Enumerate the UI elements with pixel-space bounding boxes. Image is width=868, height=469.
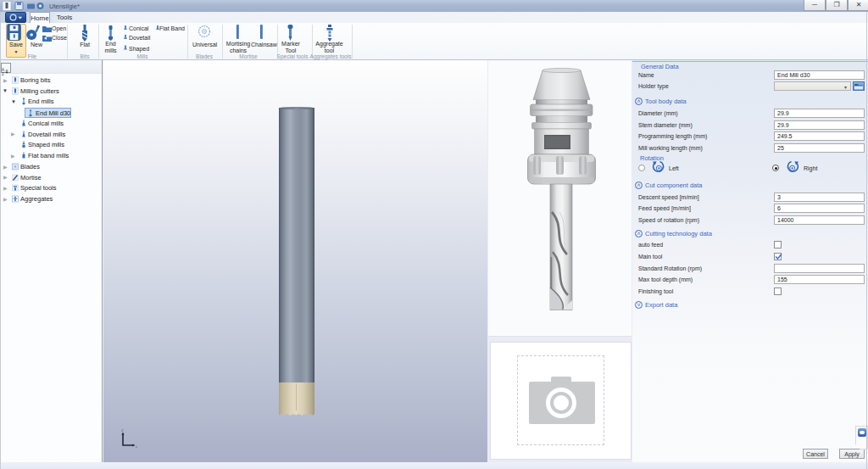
- svg-text:Z: Z: [121, 429, 124, 433]
- svg-text:Z: Z: [2, 72, 4, 76]
- svg-text:x: x: [136, 445, 137, 449]
